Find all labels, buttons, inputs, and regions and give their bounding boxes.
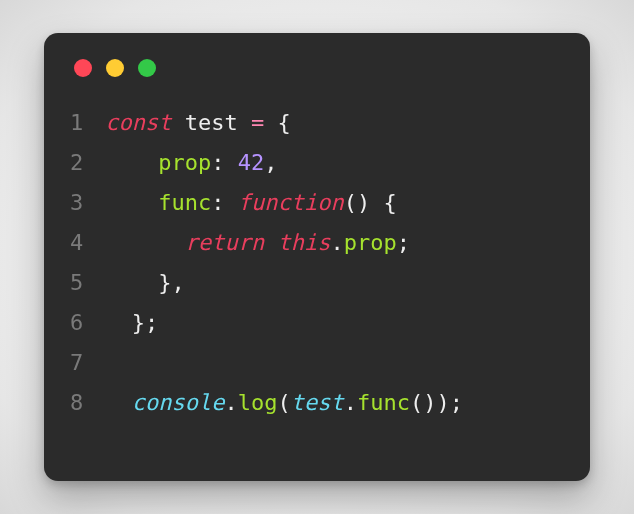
- code-line[interactable]: func: function() {: [105, 183, 564, 223]
- code-line[interactable]: return this.prop;: [105, 223, 564, 263]
- code-line[interactable]: const test = {: [105, 103, 564, 143]
- token-prop: prop: [344, 230, 397, 255]
- line-number: 1: [70, 103, 83, 143]
- token-ident: [264, 230, 277, 255]
- zoom-icon[interactable]: [138, 59, 156, 77]
- token-prop: func: [158, 190, 211, 215]
- token-punct: };: [105, 310, 158, 335]
- token-punct: (: [277, 390, 290, 415]
- token-punct: ,: [264, 150, 277, 175]
- token-punct: ());: [410, 390, 463, 415]
- line-number: 3: [70, 183, 83, 223]
- token-punct: .: [224, 390, 237, 415]
- token-punct: [105, 190, 158, 215]
- line-number: 8: [70, 383, 83, 423]
- code-window: 12345678 const test = { prop: 42, func: …: [44, 33, 590, 481]
- code-line[interactable]: [105, 343, 564, 383]
- token-obj: test: [291, 390, 344, 415]
- line-number: 4: [70, 223, 83, 263]
- token-punct: .: [330, 230, 343, 255]
- token-punct: ;: [397, 230, 410, 255]
- token-punct: .: [344, 390, 357, 415]
- line-number-gutter: 12345678: [70, 103, 105, 423]
- code-line[interactable]: },: [105, 263, 564, 303]
- token-punct: [105, 390, 132, 415]
- token-num: 42: [238, 150, 265, 175]
- close-icon[interactable]: [74, 59, 92, 77]
- line-number: 7: [70, 343, 83, 383]
- code-line[interactable]: };: [105, 303, 564, 343]
- token-ident: test: [171, 110, 250, 135]
- token-punct: :: [211, 190, 238, 215]
- token-kw: this: [277, 230, 330, 255]
- token-prop: log: [238, 390, 278, 415]
- token-kw: function: [238, 190, 344, 215]
- code-content[interactable]: const test = { prop: 42, func: function(…: [105, 103, 564, 423]
- minimize-icon[interactable]: [106, 59, 124, 77]
- line-number: 5: [70, 263, 83, 303]
- window-controls: [70, 59, 564, 77]
- token-punct: },: [105, 270, 184, 295]
- token-kw: return: [185, 230, 264, 255]
- token-punct: {: [264, 110, 291, 135]
- token-punct: :: [211, 150, 238, 175]
- token-op: =: [251, 110, 264, 135]
- token-prop: prop: [158, 150, 211, 175]
- line-number: 2: [70, 143, 83, 183]
- token-punct: [105, 150, 158, 175]
- code-editor[interactable]: 12345678 const test = { prop: 42, func: …: [70, 103, 564, 423]
- token-punct: () {: [344, 190, 397, 215]
- code-line[interactable]: console.log(test.func());: [105, 383, 564, 423]
- code-line[interactable]: prop: 42,: [105, 143, 564, 183]
- line-number: 6: [70, 303, 83, 343]
- token-punct: [105, 230, 184, 255]
- token-prop: func: [357, 390, 410, 415]
- token-obj: console: [132, 390, 225, 415]
- token-kw: const: [105, 110, 171, 135]
